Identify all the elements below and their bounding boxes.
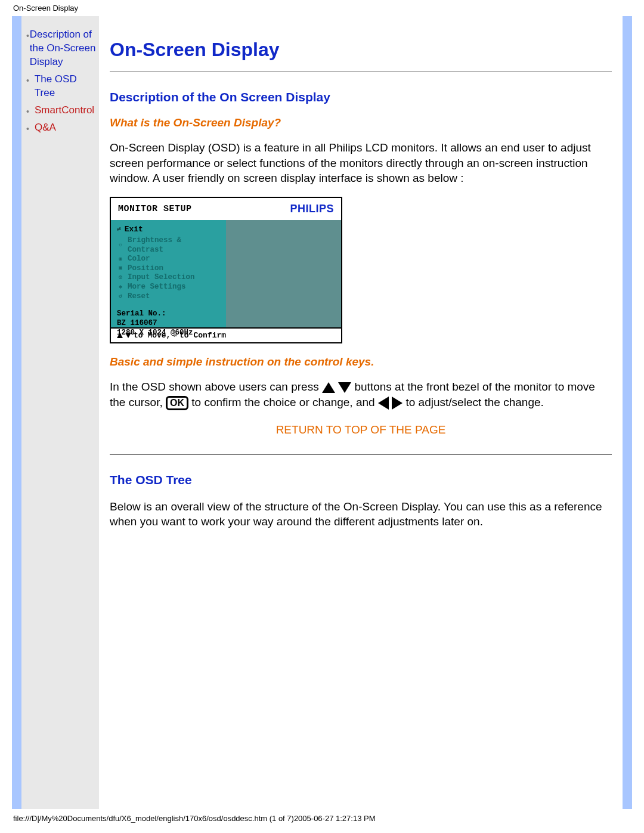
osd-body: ⏎ Exit ☼Brightness & Contrast ◉Color ▣Po… [111, 220, 341, 327]
osd-menu-label: Brightness & Contrast [128, 236, 221, 255]
paragraph-osd-intro: On-Screen Display (OSD) is a feature in … [110, 140, 612, 186]
osd-footer-move: to Move, [134, 331, 171, 340]
subheading-control-keys: Basic and simple instruction on the cont… [110, 355, 612, 368]
up-arrow-icon [117, 333, 123, 338]
page-title: On-Screen Display [110, 39, 612, 61]
return-to-top-link[interactable]: RETURN TO TOP OF THE PAGE [110, 423, 612, 436]
main-content: On-Screen Display Description of the On … [99, 16, 623, 809]
section-heading-description: Description of the On Screen Display [110, 90, 612, 104]
osd-footer-confirm: to Confirm [179, 331, 226, 340]
ok-button-icon: OK [166, 396, 188, 410]
osd-menu-label: Color [128, 255, 150, 264]
input-icon: ⊕ [117, 274, 124, 282]
osd-menu-item: ☼Brightness & Contrast [117, 236, 221, 255]
osd-title-left: MONITOR SETUP [118, 204, 192, 214]
osd-menu-item: ◉Color [117, 255, 221, 264]
sidebar-link-label[interactable]: Q&A [35, 121, 56, 135]
sidebar-item-smartcontrol[interactable]: • SmartControl [26, 104, 99, 117]
section-heading-osd-tree: The OSD Tree [110, 473, 612, 487]
left-arrow-icon [378, 397, 389, 410]
divider [110, 454, 612, 455]
sun-icon: ☼ [117, 241, 124, 249]
osd-menu-label: More Settings [128, 283, 186, 292]
paragraph-osd-tree: Below is an overall view of the structur… [110, 499, 612, 529]
osd-menu-panel: ⏎ Exit ☼Brightness & Contrast ◉Color ▣Po… [111, 220, 226, 327]
inst-text-a: In the OSD shown above users can press [110, 380, 319, 393]
bullet-icon: • [26, 123, 35, 135]
osd-serial-value: BZ 116067 [117, 319, 221, 329]
right-arrow-icon [392, 397, 402, 410]
osd-screenshot: MONITOR SETUP PHILIPS ⏎ Exit ☼Brightness… [110, 197, 342, 343]
sidebar-item-osd-tree[interactable]: • The OSD Tree [26, 73, 99, 100]
subheading-what-is-osd: What is the On-Screen Display? [110, 116, 612, 129]
osd-titlebar: MONITOR SETUP PHILIPS [111, 198, 341, 220]
footer-file-path: file:///D|/My%20Documents/dfu/X6_model/e… [0, 809, 644, 828]
page-header-title: On-Screen Display [0, 0, 644, 16]
bullet-icon: • [26, 75, 35, 86]
osd-exit-label: Exit [125, 225, 143, 234]
sidebar-item-qa[interactable]: • Q&A [26, 121, 99, 135]
bullet-icon: • [26, 106, 35, 117]
osd-menu-label: Input Selection [128, 273, 195, 283]
paragraph-instructions: In the OSD shown above users can press b… [110, 379, 612, 410]
content-frame: • Description of the On-Screen Display •… [12, 16, 632, 809]
down-arrow-icon [125, 333, 131, 338]
osd-menu-item: ✱More Settings [117, 283, 221, 292]
document-frame: On-Screen Display • Description of the O… [0, 0, 644, 828]
sidebar-link-label[interactable]: SmartControl [35, 104, 94, 117]
sidebar-item-description[interactable]: • Description of the On-Screen Display [26, 28, 99, 69]
reset-icon: ↺ [117, 293, 124, 301]
back-arrow-icon: ⏎ [117, 225, 121, 233]
osd-menu-exit: ⏎ Exit [117, 225, 221, 234]
osd-menu-label: Reset [128, 292, 150, 302]
osd-preview-panel [226, 220, 341, 327]
down-arrow-icon [338, 382, 351, 393]
inst-text-d: to adjust/select the change. [405, 396, 543, 408]
osd-menu-item: ↺Reset [117, 292, 221, 302]
sidebar-link-label[interactable]: Description of the On-Screen Display [30, 28, 99, 69]
osd-menu-item: ▣Position [117, 264, 221, 274]
osd-serial-label: Serial No.: [117, 309, 221, 319]
sidebar: • Description of the On-Screen Display •… [21, 16, 99, 809]
position-icon: ▣ [117, 265, 124, 272]
osd-menu-item: ⊕Input Selection [117, 273, 221, 283]
osd-menu-label: Position [128, 264, 163, 274]
divider [110, 72, 612, 72]
palette-icon: ◉ [117, 256, 124, 264]
sidebar-link-label[interactable]: The OSD Tree [35, 73, 99, 100]
ok-icon: ⏎ [173, 332, 177, 339]
philips-logo: PHILIPS [290, 203, 334, 215]
settings-icon: ✱ [117, 284, 124, 292]
inst-text-c: to confirm the choice or change, and [191, 396, 374, 408]
up-arrow-icon [322, 382, 335, 393]
